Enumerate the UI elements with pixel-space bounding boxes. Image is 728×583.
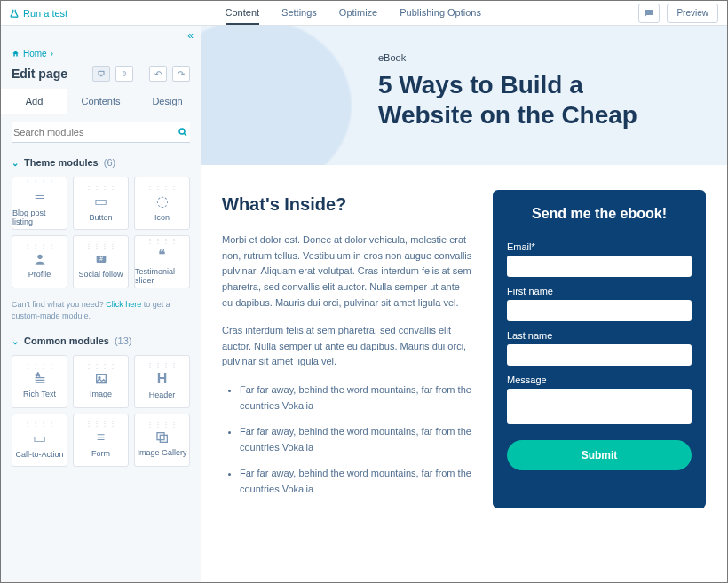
- common-modules-label: Common modules: [24, 335, 109, 346]
- chevron-right-icon: ›: [51, 49, 53, 59]
- common-modules-header[interactable]: ⌄ Common modules (13): [1, 330, 201, 351]
- mobile-icon: [122, 69, 127, 78]
- firstname-label: First name: [507, 286, 692, 296]
- module-image-gallery[interactable]: ⋮⋮⋮⋮Image Gallery: [134, 414, 190, 467]
- redo-button[interactable]: ↷: [172, 66, 190, 82]
- form-icon: ≡: [97, 429, 105, 445]
- body-content[interactable]: What's Inside? Morbi et dolor est. Donec…: [222, 190, 473, 508]
- module-rich-text[interactable]: ⋮⋮⋮⋮ARich Text: [12, 355, 67, 408]
- hero-title: 5 Ways to Build aWebsite on the Cheap: [378, 70, 727, 130]
- module-blog-post-listing[interactable]: ⋮⋮⋮⋮≣Blog post listing: [12, 177, 67, 230]
- list-icon: ≣: [34, 188, 45, 205]
- page-canvas[interactable]: eBook 5 Ways to Build aWebsite on the Ch…: [201, 26, 727, 582]
- svg-text:#: #: [99, 256, 103, 262]
- firstname-field[interactable]: [507, 300, 692, 321]
- sidebar-tab-design[interactable]: Design: [134, 89, 201, 114]
- message-field[interactable]: [507, 389, 692, 424]
- profile-icon: [33, 252, 47, 266]
- search-row: [12, 122, 190, 143]
- body-p2: Cras interdum felis at sem pharetra, sed…: [222, 323, 473, 370]
- theme-modules-label: Theme modules: [24, 157, 99, 168]
- theme-modules-count: (6): [104, 157, 115, 168]
- header-icon: H: [157, 371, 168, 387]
- search-input[interactable]: [13, 127, 178, 138]
- chat-button[interactable]: [638, 4, 660, 23]
- circle-icon: ◌: [156, 193, 169, 209]
- breadcrumb-label: Home: [23, 49, 47, 59]
- message-label: Message: [507, 374, 692, 385]
- home-icon: [12, 50, 20, 58]
- quote-icon: ❝: [158, 247, 166, 264]
- image-icon: [94, 372, 108, 386]
- collapse-sidebar-button[interactable]: «: [1, 26, 201, 45]
- topbar: Run a test Content Settings Optimize Pub…: [1, 1, 727, 26]
- svg-rect-0: [99, 71, 104, 75]
- svg-rect-7: [96, 375, 106, 383]
- svg-rect-10: [160, 436, 167, 443]
- module-cta[interactable]: ⋮⋮⋮⋮▭Call-to-Action: [12, 414, 67, 467]
- module-button[interactable]: ⋮⋮⋮⋮▭Button: [73, 177, 129, 230]
- run-test-label: Run a test: [23, 8, 67, 19]
- tab-content[interactable]: Content: [226, 2, 260, 25]
- module-form[interactable]: ⋮⋮⋮⋮≡Form: [73, 414, 129, 467]
- tab-settings[interactable]: Settings: [281, 2, 317, 25]
- email-label: Email*: [507, 241, 692, 252]
- module-profile[interactable]: ⋮⋮⋮⋮Profile: [12, 235, 67, 288]
- module-testimonial-slider[interactable]: ⋮⋮⋮⋮❝Testimonial slider: [134, 235, 190, 288]
- module-header[interactable]: ⋮⋮⋮⋮HHeader: [134, 355, 190, 408]
- chevron-down-icon: ⌄: [12, 158, 19, 168]
- preview-button[interactable]: Preview: [667, 4, 718, 23]
- module-image[interactable]: ⋮⋮⋮⋮Image: [73, 355, 129, 408]
- svg-rect-1: [123, 72, 126, 76]
- custom-module-hint: Can't find what you need? Click here to …: [1, 297, 201, 330]
- chevron-left-icon: «: [187, 29, 194, 42]
- page-title: Edit page: [12, 67, 67, 81]
- tab-optimize[interactable]: Optimize: [339, 2, 377, 25]
- bullet-item: Far far away, behind the word mountains,…: [240, 424, 473, 455]
- tab-publishing[interactable]: Publishing Options: [400, 2, 481, 25]
- hashtag-icon: #: [94, 252, 108, 266]
- undo-icon: ↶: [154, 69, 162, 79]
- lastname-field[interactable]: [507, 344, 692, 366]
- lastname-label: Last name: [507, 330, 692, 341]
- body-heading: What's Inside?: [222, 190, 473, 218]
- gallery-icon: [155, 430, 170, 445]
- bullet-item: Far far away, behind the word mountains,…: [240, 466, 473, 497]
- chat-icon: [644, 8, 654, 19]
- sidebar-tab-add[interactable]: Add: [1, 89, 67, 114]
- submit-button[interactable]: Submit: [507, 440, 692, 470]
- svg-point-2: [179, 129, 185, 134]
- chevron-down-icon: ⌄: [12, 336, 19, 346]
- hero-section[interactable]: eBook 5 Ways to Build aWebsite on the Ch…: [201, 26, 727, 165]
- hero-eyebrow: eBook: [378, 52, 727, 63]
- svg-text:A: A: [36, 373, 40, 378]
- module-social-follow[interactable]: ⋮⋮⋮⋮#Social follow: [73, 235, 129, 288]
- desktop-icon: [97, 70, 106, 77]
- module-icon[interactable]: ⋮⋮⋮⋮◌Icon: [134, 177, 190, 230]
- mobile-view-button[interactable]: [115, 66, 133, 82]
- theme-modules-header[interactable]: ⌄ Theme modules (6): [1, 152, 201, 173]
- flask-icon: [10, 9, 19, 18]
- svg-point-3: [37, 255, 42, 259]
- undo-button[interactable]: ↶: [149, 66, 167, 82]
- sidebar-tab-contents[interactable]: Contents: [67, 89, 134, 114]
- form-title: Send me the ebook!: [507, 206, 692, 222]
- common-modules-count: (13): [115, 335, 132, 346]
- breadcrumb[interactable]: Home ›: [1, 45, 201, 62]
- button-icon: ▭: [94, 193, 107, 209]
- body-p1: Morbi et dolor est. Donec at dolor vehic…: [222, 232, 473, 311]
- custom-module-link[interactable]: Click here: [106, 300, 141, 309]
- search-icon[interactable]: [178, 127, 188, 138]
- richtext-icon: A: [33, 372, 47, 386]
- bullet-item: Far far away, behind the word mountains,…: [240, 382, 473, 414]
- sidebar: « Home › Edit page ↶ ↷ Add Contents Desi…: [1, 26, 201, 582]
- redo-icon: ↷: [178, 69, 185, 79]
- desktop-view-button[interactable]: [92, 66, 110, 82]
- cta-icon: ▭: [33, 429, 46, 446]
- form-card[interactable]: Send me the ebook! Email* First name Las…: [493, 190, 706, 508]
- run-test-link[interactable]: Run a test: [10, 8, 67, 19]
- email-field[interactable]: [507, 256, 692, 277]
